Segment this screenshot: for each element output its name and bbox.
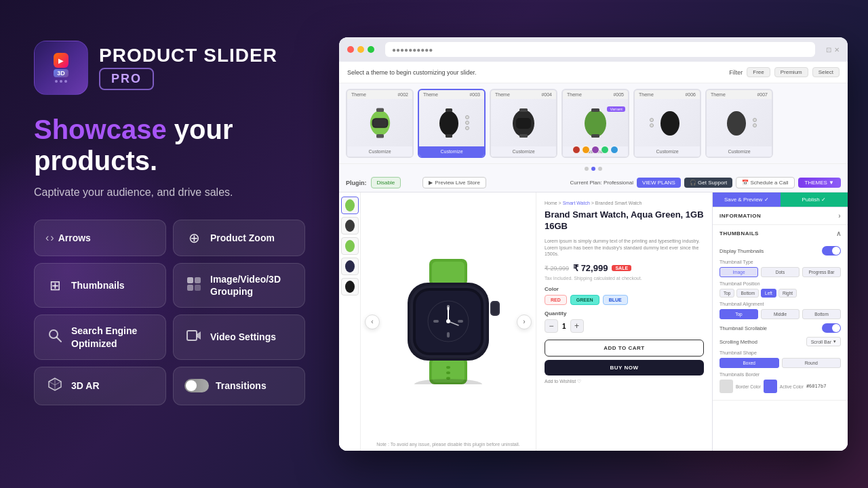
theme-card-007[interactable]: Theme#007 Customize — [705, 89, 773, 158]
product-description: Lorem ipsum is simply dummy text of the … — [545, 238, 704, 258]
support-button[interactable]: 🎧 Get Support — [684, 178, 732, 188]
tax-text: Tax Included. Shipping calculated at che… — [545, 276, 704, 281]
preview-button[interactable]: ▶ Preview Live Store — [422, 177, 486, 188]
page-dot-1[interactable] — [585, 167, 589, 171]
theme-card-003[interactable]: Theme#003 — [418, 89, 486, 158]
theme-label-005: Theme#005 — [563, 90, 628, 99]
price-area: ₹ 29,999 ₹ 72,999 SALE — [545, 263, 704, 273]
themes-button[interactable]: THEMES ▼ — [798, 178, 841, 188]
view-plans-button[interactable]: VIEW PLANS — [637, 178, 681, 188]
color-green-btn[interactable]: GREEN — [570, 295, 599, 305]
product-view: ‹ — [339, 192, 712, 451]
publish-button[interactable]: Publish ✓ — [781, 192, 848, 207]
svg-rect-6 — [187, 331, 197, 340]
information-header[interactable]: INFORMATION › — [713, 207, 848, 224]
sale-badge: SALE — [612, 265, 631, 271]
pos-bottom[interactable]: Bottom — [736, 289, 759, 298]
color-buttons: RED GREEN BLUE — [545, 295, 704, 305]
feature-image-video[interactable]: Image/Video/3DGrouping — [173, 263, 305, 308]
pos-right[interactable]: Right — [778, 289, 797, 298]
svg-point-25 — [345, 220, 355, 232]
feature-product-zoom[interactable]: ⊕ Product Zoom — [173, 220, 305, 256]
prev-button[interactable]: ‹ — [365, 314, 380, 329]
plugin-toolbar: Plugin: Disable ▶ Preview Live Store Cur… — [339, 174, 848, 192]
buy-now-button[interactable]: BUY NOW — [545, 360, 704, 375]
svg-point-22 — [660, 111, 679, 136]
customize-btn-006[interactable]: Customize — [635, 146, 700, 157]
feature-arrows[interactable]: ‹› Arrows — [34, 220, 166, 256]
preview-label: Preview Live Store — [435, 180, 480, 186]
thumbnail-scrollable-toggle[interactable] — [822, 323, 841, 333]
customize-btn-007[interactable]: Customize — [707, 146, 772, 157]
scrolling-method-dropdown[interactable]: Scroll Bar ▾ — [806, 337, 841, 346]
svg-point-27 — [345, 260, 355, 272]
theme-label-007: Theme#007 — [707, 90, 772, 99]
shape-round[interactable]: Round — [782, 358, 842, 368]
thumbnails-header[interactable]: THUMBNAILS ∧ — [713, 225, 848, 242]
page-dot-3[interactable] — [598, 167, 602, 171]
scroll-method-value: Scroll Bar — [811, 340, 831, 344]
color-red-btn[interactable]: RED — [545, 295, 567, 305]
thumb-item-4[interactable] — [341, 258, 359, 275]
qty-minus-btn[interactable]: − — [545, 319, 558, 333]
svg-rect-0 — [187, 277, 193, 283]
next-button[interactable]: › — [517, 314, 532, 329]
price-new: ₹ 72,999 — [573, 263, 608, 273]
thumb-type-image[interactable]: Image — [719, 267, 758, 277]
align-bottom[interactable]: Bottom — [802, 309, 841, 319]
theme-card-004[interactable]: Theme#004 Customize — [490, 89, 557, 158]
feature-thumbnails[interactable]: ⊞ Thumbnails — [34, 263, 166, 308]
active-color-hex: #6017b7 — [806, 384, 827, 389]
thumb-item-1[interactable] — [341, 197, 359, 214]
feature-transitions[interactable]: Transitions — [173, 367, 305, 405]
browser-maximize-dot — [368, 46, 374, 53]
theme-card-005[interactable]: Theme#005 Variant — [561, 89, 629, 158]
add-to-cart-button[interactable]: ADD TO CART — [545, 340, 704, 357]
schedule-button[interactable]: 📅 Schedule a Call — [736, 177, 794, 188]
browser-url-bar: ●●●●●●●●●● — [385, 42, 815, 57]
filter-label: Filter — [729, 69, 743, 76]
shape-boxed[interactable]: Boxed — [719, 358, 779, 368]
thumb-item-5[interactable] — [341, 278, 359, 296]
theme-card-006[interactable]: Theme#006 Customize — [633, 89, 701, 158]
save-preview-button[interactable]: Save & Preview ✓ — [713, 192, 781, 207]
feature-video[interactable]: Video Settings — [173, 314, 305, 359]
filter-select-btn[interactable]: Select — [812, 67, 840, 77]
thumb-type-dots[interactable]: Dots — [761, 267, 800, 277]
information-section: INFORMATION › — [713, 207, 848, 225]
main-content: ‹ — [339, 192, 848, 451]
display-thumbnails-toggle[interactable] — [822, 246, 841, 256]
border-options: Border Color Active Color #6017b7 — [719, 380, 841, 393]
feature-3d-ar[interactable]: 3D AR — [34, 367, 166, 405]
customize-btn-003[interactable]: Customize — [419, 146, 484, 157]
svg-point-23 — [727, 111, 746, 136]
active-color-swatch[interactable] — [764, 380, 777, 393]
color-blue-btn[interactable]: BLUE — [603, 295, 628, 305]
customize-btn-004[interactable]: Customize — [491, 146, 556, 157]
thumbnail-alignment-options: Top Middle Bottom — [719, 309, 841, 319]
page-dot-2[interactable] — [591, 167, 595, 171]
arrows-icon: ‹› — [45, 232, 54, 244]
svg-rect-8 — [376, 108, 384, 112]
thumbnails-section-label: THUMBNAILS — [719, 230, 759, 237]
border-color-swatch[interactable] — [719, 380, 733, 393]
pos-left[interactable]: Left — [761, 289, 776, 298]
filter-free-btn[interactable]: Free — [747, 67, 770, 77]
thumb-item-2[interactable] — [341, 217, 359, 235]
theme-img-007 — [707, 99, 772, 146]
feature-seo[interactable]: Search EngineOptimized — [34, 314, 166, 359]
align-middle[interactable]: Middle — [761, 309, 800, 319]
thumb-type-progress[interactable]: Progress Bar — [802, 267, 841, 277]
plugin-admin: Select a theme to begin customizing your… — [339, 62, 848, 451]
thumb-item-3[interactable] — [341, 237, 359, 255]
filter-premium-btn[interactable]: Premium — [774, 67, 808, 77]
theme-label-003: Theme#003 — [419, 90, 484, 99]
preview-icon: ▶ — [429, 180, 433, 186]
svg-rect-38 — [492, 302, 498, 314]
qty-plus-btn[interactable]: + — [570, 319, 584, 333]
align-top[interactable]: Top — [719, 309, 758, 319]
theme-card-002[interactable]: Theme#002 Customize — [346, 89, 414, 158]
customize-btn-002[interactable]: Customize — [347, 146, 412, 157]
disable-button[interactable]: Disable — [371, 177, 401, 188]
pos-top[interactable]: Top — [719, 289, 734, 298]
